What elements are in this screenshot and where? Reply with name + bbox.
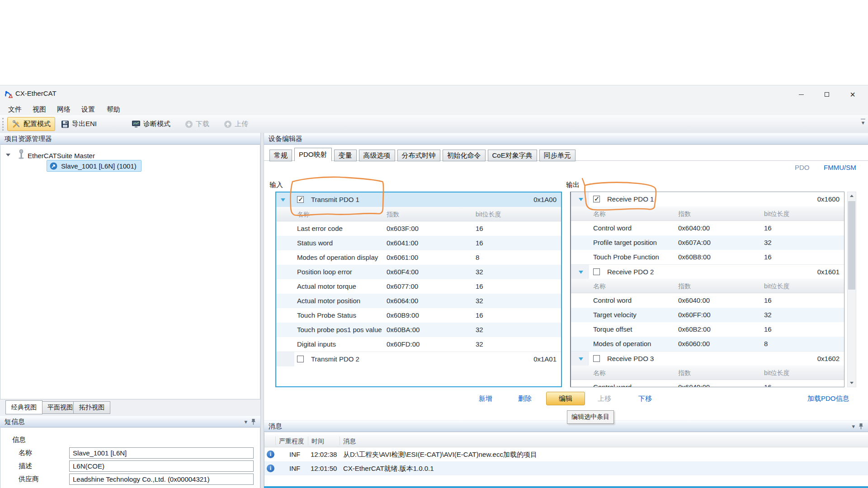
name-field[interactable]: Slave_1001 [L6N] bbox=[69, 447, 254, 459]
load-pdo-info-link[interactable]: 加载PDO信息 bbox=[807, 394, 849, 403]
edit-button[interactable]: 编辑 bbox=[546, 392, 585, 405]
pdo-row[interactable]: Transmit PDO 20x1A01 bbox=[276, 352, 561, 366]
view-tab-2[interactable]: 拓扑视图 bbox=[73, 401, 110, 414]
move-down-button[interactable]: 下移 bbox=[638, 394, 652, 403]
entry-bitlength-cell: 16 bbox=[476, 308, 483, 323]
scrollbar-thumb[interactable] bbox=[848, 201, 855, 290]
pdo-entry-row[interactable]: Last error code0x603F:0016 bbox=[276, 221, 561, 236]
pdo-entry-row[interactable]: Modes of operation display0x6061:008 bbox=[276, 250, 561, 265]
description-field[interactable]: L6N(COE) bbox=[69, 460, 254, 472]
message-row[interactable]: iINF12:02:38从D:\工程夹\AVI检测\ESI(E-CAT)\AVI… bbox=[264, 447, 868, 461]
close-button[interactable]: × bbox=[842, 85, 863, 103]
message-panel-dropdown-icon[interactable]: ▾ bbox=[852, 423, 855, 430]
view-tab-0[interactable]: 经典视图 bbox=[5, 400, 42, 414]
pdo-entry-row[interactable]: Touch Probe Function0x60B8:0016 bbox=[571, 250, 844, 264]
pdo-row[interactable]: Receive PDO 30x1602 bbox=[571, 351, 844, 366]
tab-PDO映射[interactable]: PDO映射 bbox=[294, 148, 332, 161]
tree-item-slave[interactable]: Slave_1001 [L6N] (1001) bbox=[47, 160, 142, 172]
vendor-field[interactable]: Leadshine Technology Co.,Ltd. (0x0000432… bbox=[69, 474, 254, 485]
entry-name-cell: Modes of operation bbox=[593, 337, 651, 351]
entry-bitlength-cell: 16 bbox=[764, 322, 772, 337]
delete-button[interactable]: 删除 bbox=[518, 394, 532, 403]
pdo-checkbox[interactable] bbox=[297, 196, 304, 203]
info-panel-dropdown-icon[interactable]: ▾ bbox=[244, 418, 247, 425]
entry-index-cell: 0x60FD:00 bbox=[387, 337, 420, 352]
pdo-name: Transmit PDO 1 bbox=[311, 192, 359, 207]
pdo-entry-row[interactable]: Actual motor torque0x6077:0016 bbox=[276, 279, 561, 294]
pdo-entry-row[interactable]: Actual motor position0x6064:0032 bbox=[276, 294, 561, 308]
entry-name-cell: Touch Probe Function bbox=[593, 250, 659, 264]
upload-button[interactable]: 上传 bbox=[220, 117, 252, 131]
expander-icon[interactable] bbox=[281, 198, 285, 202]
vertical-splitter[interactable] bbox=[260, 133, 264, 488]
tab-CoE对象字典[interactable]: CoE对象字典 bbox=[488, 150, 537, 161]
pdo-checkbox[interactable] bbox=[593, 268, 600, 275]
expander-icon[interactable] bbox=[579, 271, 583, 274]
entry-index-cell: 0x6041:00 bbox=[387, 236, 418, 250]
menu-item-4[interactable]: 帮助 bbox=[104, 105, 123, 115]
name-column-header: 名称 bbox=[593, 206, 606, 221]
scroll-down-icon[interactable] bbox=[848, 379, 856, 387]
pdo-view-link[interactable]: PDO bbox=[795, 164, 810, 171]
pdo-entry-row[interactable]: Position loop error0x60F4:0032 bbox=[276, 265, 561, 279]
pdo-index: 0x1600 bbox=[817, 192, 840, 206]
pdo-checkbox[interactable] bbox=[297, 356, 304, 362]
tab-变量[interactable]: 变量 bbox=[334, 150, 357, 161]
menu-item-0[interactable]: 文件 bbox=[5, 105, 24, 115]
pdo-column-header-row: 名称指数bit位长度 bbox=[571, 366, 844, 380]
pin-icon[interactable] bbox=[251, 418, 256, 425]
entry-bitlength-cell: 16 bbox=[476, 279, 483, 294]
name-field-label: 名称 bbox=[19, 449, 32, 457]
pdo-row[interactable]: Receive PDO 20x1601 bbox=[571, 264, 844, 279]
tab-初始化命令[interactable]: 初始化命令 bbox=[443, 150, 486, 161]
menu-item-2[interactable]: 网络 bbox=[54, 105, 73, 115]
menu-item-3[interactable]: 设置 bbox=[79, 105, 98, 115]
pdo-entry-row[interactable]: Control word0x6040:0016 bbox=[571, 380, 844, 387]
fmmu-sm-link[interactable]: FMMU/SM bbox=[824, 164, 856, 171]
tree-expander-icon[interactable] bbox=[6, 154, 10, 156]
tab-常规[interactable]: 常规 bbox=[269, 150, 292, 161]
message-table-header: 严重程度 时间 消息 bbox=[264, 435, 868, 447]
config-mode-button[interactable]: 配置模式 bbox=[7, 117, 55, 131]
message-row[interactable]: iINF12:01:50CX-EtherCAT就绪.版本1.0.0.1 bbox=[264, 461, 868, 475]
export-eni-button[interactable]: 导出ENI bbox=[57, 117, 101, 131]
output-scrollbar[interactable] bbox=[847, 192, 856, 387]
pdo-checkbox[interactable] bbox=[593, 355, 600, 362]
pdo-entry-row[interactable]: Digital inputs0x60FD:0032 bbox=[276, 337, 561, 352]
pdo-checkbox[interactable] bbox=[593, 196, 600, 202]
pdo-entry-row[interactable]: Control word0x6040:0016 bbox=[571, 221, 844, 235]
pdo-index: 0x1602 bbox=[817, 352, 840, 366]
pdo-row[interactable]: Transmit PDO 10x1A00 bbox=[276, 192, 561, 207]
maximize-button[interactable] bbox=[816, 85, 837, 103]
pdo-entry-row[interactable]: Status word0x6041:0016 bbox=[276, 236, 561, 250]
tab-分布式时钟[interactable]: 分布式时钟 bbox=[397, 150, 440, 161]
download-button[interactable]: 下载 bbox=[181, 117, 213, 131]
add-button[interactable]: 新增 bbox=[479, 394, 492, 403]
output-pdo-table[interactable]: Receive PDO 10x1600名称指数bit位长度Control wor… bbox=[570, 192, 844, 387]
minimize-button[interactable] bbox=[791, 85, 811, 103]
pdo-entry-row[interactable]: Profile target position0x607A:0032 bbox=[571, 235, 844, 250]
menu-item-1[interactable]: 视图 bbox=[30, 105, 49, 115]
tab-高级选项[interactable]: 高级选项 bbox=[359, 150, 395, 161]
pdo-entry-row[interactable]: Touch Probe Status0x60B9:0016 bbox=[276, 308, 561, 323]
monitor-icon bbox=[132, 120, 141, 128]
expander-icon[interactable] bbox=[579, 357, 583, 361]
pdo-entry-row[interactable]: Touch probe pos1 pos value0x60BA:0032 bbox=[276, 323, 561, 337]
expander-icon[interactable] bbox=[579, 198, 583, 201]
pdo-entry-row[interactable]: Torque offset0x60B2:0016 bbox=[571, 322, 844, 337]
pdo-row[interactable]: Receive PDO 10x1600 bbox=[571, 192, 844, 206]
input-pdo-table[interactable]: Transmit PDO 10x1A00名称指数bit位长度Last error… bbox=[275, 192, 562, 387]
window-title: CX-EtherCAT bbox=[15, 89, 57, 97]
tab-同步单元[interactable]: 同步单元 bbox=[539, 150, 576, 161]
diag-mode-button[interactable]: 诊断模式 bbox=[127, 117, 175, 131]
pdo-entry-row[interactable]: Control word0x6040:0016 bbox=[571, 293, 844, 308]
pdo-entry-row[interactable]: Modes of operation0x6060:008 bbox=[571, 337, 844, 351]
move-up-button[interactable]: 上移 bbox=[598, 394, 611, 403]
tree-item-master[interactable]: EtherCATSuite Master bbox=[28, 152, 95, 160]
scroll-up-icon[interactable] bbox=[848, 192, 856, 200]
index-column-header: 指数 bbox=[678, 366, 691, 380]
bitlength-column-header: bit位长度 bbox=[764, 279, 790, 293]
pin-icon[interactable] bbox=[859, 423, 863, 430]
pdo-entry-row[interactable]: Target velocity0x60FF:0032 bbox=[571, 308, 844, 322]
toolbar-overflow-icon[interactable]: ▾ bbox=[861, 119, 865, 125]
